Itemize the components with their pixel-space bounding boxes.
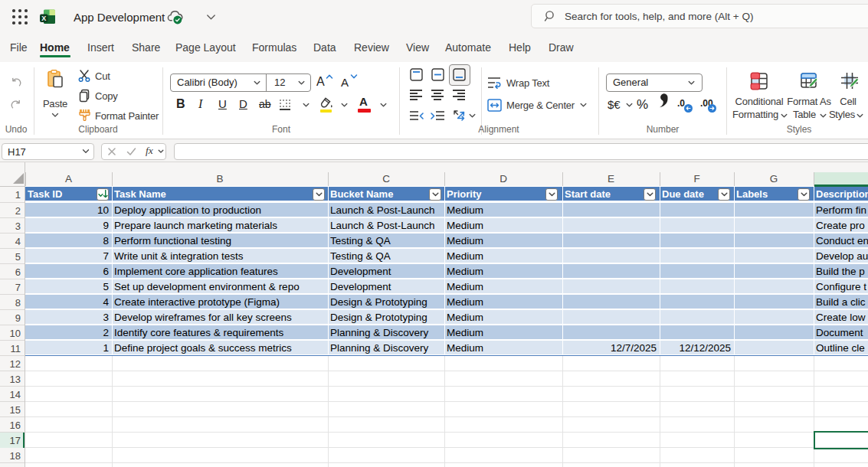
- svg-text:X: X: [41, 15, 46, 22]
